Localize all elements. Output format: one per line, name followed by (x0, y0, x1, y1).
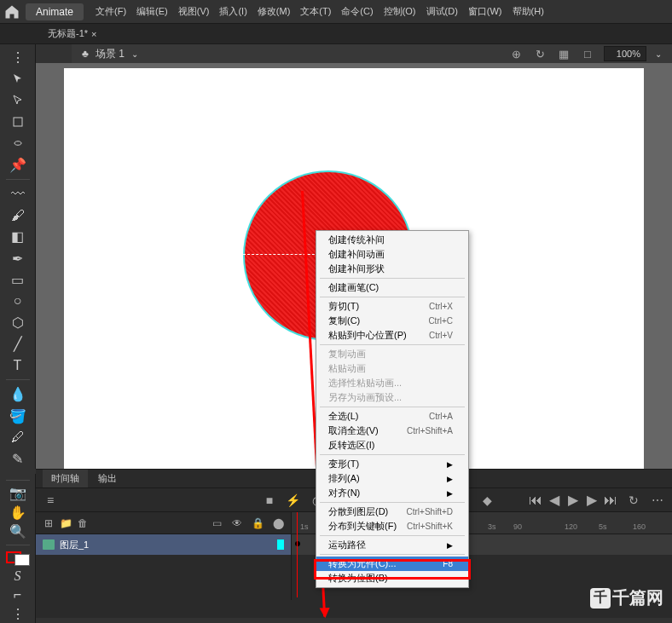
context-menu-item[interactable]: 复制(C)Ctrl+C (316, 314, 468, 328)
next-frame-icon[interactable]: ▶ (585, 493, 599, 507)
context-menu-item[interactable]: 转换为位图(B) (316, 571, 468, 586)
menu-view[interactable]: 视图(V) (173, 2, 215, 21)
context-menu-item[interactable]: 运动路径▶ (316, 538, 468, 552)
hand-tool[interactable]: ✋ (4, 504, 32, 521)
context-menu-label: 排列(A) (328, 472, 360, 485)
menu-text[interactable]: 文本(T) (295, 2, 336, 21)
paint-bucket-tool[interactable]: 🪣 (4, 407, 32, 426)
snap-icon[interactable]: ⌐ (4, 586, 32, 603)
context-menu-item[interactable]: 创建传统补间 (316, 233, 468, 247)
visibility-icon[interactable]: 👁 (231, 517, 243, 529)
close-icon[interactable]: × (91, 29, 96, 39)
subselect-tool[interactable] (4, 90, 32, 110)
rotate-icon[interactable]: ↻ (532, 46, 547, 61)
menu-help[interactable]: 帮助(H) (507, 2, 549, 21)
lasso-tool[interactable] (4, 134, 32, 153)
zoom-tool[interactable]: 🔍 (4, 523, 32, 540)
layer-color-swatch[interactable] (277, 539, 284, 550)
context-menu-item[interactable]: 分布到关键帧(F)Ctrl+Shift+K (316, 519, 468, 534)
parent-icon[interactable]: ⬤ (272, 517, 284, 529)
context-menu-item[interactable]: 反转选区(I) (316, 438, 468, 453)
ink-bottle-tool[interactable]: 🖊 (4, 428, 32, 447)
highlight-icon[interactable]: ▭ (211, 517, 223, 529)
document-tab[interactable]: 无标题-1* × (41, 24, 104, 43)
context-menu-item[interactable]: 分散到图层(D)Ctrl+Shift+D (316, 505, 468, 519)
first-frame-icon[interactable]: ⏮ (529, 493, 542, 507)
play-icon[interactable]: ▶ (566, 493, 580, 507)
menu-control[interactable]: 控制(O) (379, 2, 421, 21)
line-tool[interactable]: ╱ (4, 334, 32, 354)
center-stage-icon[interactable]: ⊕ (508, 46, 524, 61)
delete-layer-icon[interactable]: 🗑 (77, 517, 89, 529)
context-menu-item[interactable]: 创建补间动画 (316, 247, 468, 262)
more-icon[interactable]: ⋮ (4, 606, 32, 623)
ellipse-tool[interactable]: ○ (4, 291, 32, 311)
context-menu-item[interactable]: 取消全选(V)Ctrl+Shift+A (316, 424, 468, 438)
add-folder-icon[interactable]: 📁 (60, 517, 72, 529)
pen-tool[interactable]: ✒ (4, 248, 32, 268)
chevron-down-icon[interactable]: ⌄ (655, 49, 662, 59)
context-menu-label: 转换为位图(B) (328, 572, 388, 585)
menu-edit[interactable]: 编辑(E) (131, 2, 173, 21)
prev-frame-icon[interactable]: ◀ (547, 493, 561, 507)
last-frame-icon[interactable]: ⏭ (604, 493, 617, 507)
context-menu-item[interactable]: 变形(T)▶ (316, 457, 468, 471)
camera-tool[interactable]: 📷 (4, 485, 32, 502)
context-menu-item[interactable]: 创建补间形状 (316, 262, 468, 276)
menu-window[interactable]: 窗口(W) (463, 2, 507, 21)
fit-icon[interactable]: □ (580, 46, 595, 61)
tab-output[interactable]: 输出 (90, 470, 125, 487)
zoom-input[interactable]: 100% (604, 46, 646, 61)
playhead[interactable] (297, 512, 298, 597)
context-menu-item[interactable]: 转换为元件(C)...F8 (316, 557, 468, 571)
fluid-brush-tool[interactable]: 〰 (4, 184, 32, 204)
polystar-tool[interactable]: ⬡ (4, 313, 32, 332)
context-menu-label: 变形(T) (328, 458, 359, 470)
chevron-right-icon: ▶ (447, 475, 453, 483)
asset-warp-tool[interactable]: ✎ (4, 449, 32, 469)
tab-timeline[interactable]: 时间轴 (43, 470, 88, 487)
home-icon[interactable] (3, 3, 20, 20)
fill-color[interactable] (14, 554, 30, 566)
swap-symbol-icon[interactable]: S (4, 568, 32, 585)
loop-icon[interactable]: ↻ (626, 493, 641, 508)
keyframe-icon[interactable] (295, 541, 300, 546)
eyedropper-tool[interactable]: 💧 (4, 384, 32, 404)
context-menu-label: 分布到关键帧(F) (328, 520, 397, 533)
more-icon[interactable]: ⋯ (650, 493, 665, 508)
camera-icon[interactable]: ■ (262, 493, 277, 508)
context-menu-item[interactable]: 创建画笔(C) (316, 280, 468, 295)
menu-debug[interactable]: 调试(D) (421, 2, 463, 21)
animate-button[interactable]: Animate (26, 3, 84, 20)
graph-icon[interactable]: ⚡ (286, 493, 301, 508)
layer-row[interactable]: 图层_1 (36, 534, 291, 555)
layer-name[interactable]: 图层_1 (60, 539, 272, 551)
selection-tool[interactable] (4, 69, 32, 89)
menu-modify[interactable]: 修改(M) (252, 2, 296, 21)
lock-icon[interactable]: 🔒 (252, 517, 264, 529)
rectangle-tool[interactable]: ▭ (4, 270, 32, 290)
context-menu-item[interactable]: 全选(L)Ctrl+A (316, 409, 468, 424)
layers-icon[interactable]: ≡ (43, 493, 58, 508)
context-menu-label: 粘贴到中心位置(P) (328, 329, 407, 342)
eraser-tool[interactable]: ◧ (4, 227, 32, 246)
more-icon[interactable]: ⋮ (4, 48, 32, 67)
context-menu-item[interactable]: 对齐(N)▶ (316, 486, 468, 500)
menu-file[interactable]: 文件(F) (90, 2, 131, 21)
pin-tool[interactable]: 📌 (4, 155, 32, 175)
scene-name[interactable]: 场景 1 (96, 47, 125, 61)
context-menu-item[interactable]: 排列(A)▶ (316, 471, 468, 486)
context-menu-item[interactable]: 剪切(T)Ctrl+X (316, 299, 468, 314)
text-tool[interactable]: T (4, 355, 32, 375)
clip-icon[interactable]: ▦ (556, 46, 571, 61)
brush-tool[interactable]: 🖌 (4, 205, 32, 225)
context-menu-item[interactable]: 粘贴到中心位置(P)Ctrl+V (316, 328, 468, 343)
insert-keyframe-icon[interactable]: ◆ (479, 493, 495, 508)
menu-insert[interactable]: 插入(I) (214, 2, 252, 21)
add-layer-icon[interactable]: ⊞ (43, 517, 55, 529)
scene-bar: ♣ 场景 1 ⌄ ⊕ ↻ ▦ □ 100% ⌄ (72, 44, 672, 63)
stroke-fill-colors[interactable] (6, 551, 30, 566)
chevron-down-icon[interactable]: ⌄ (131, 49, 138, 59)
menu-command[interactable]: 命令(C) (336, 2, 378, 21)
transform-tool[interactable] (4, 112, 32, 132)
